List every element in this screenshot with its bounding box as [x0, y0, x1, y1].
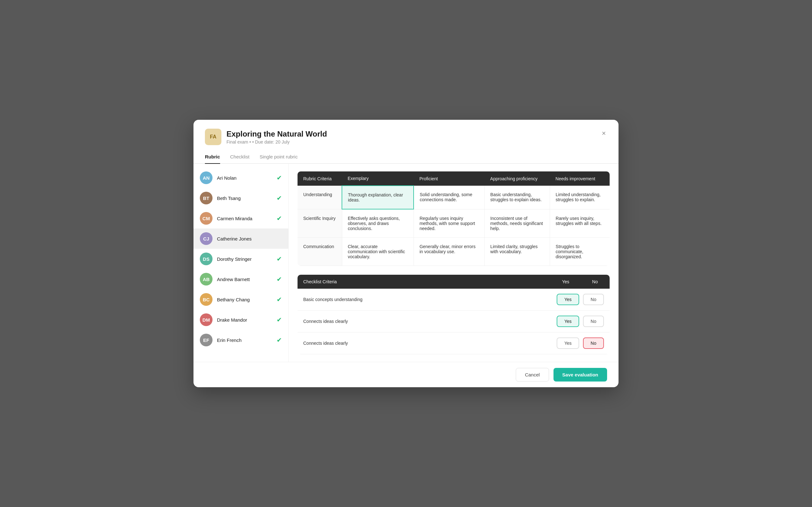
rubric-exemplary-cell[interactable]: Effectively asks questions, observes, an… — [342, 209, 414, 238]
course-title: Exploring the Natural World — [226, 130, 327, 138]
rubric-col-approaching: Approaching proficiency — [484, 171, 550, 186]
checklist-row: Connects ideas clearlyYesNo — [298, 332, 610, 354]
checklist-criteria-cell: Connects ideas clearly — [298, 332, 551, 354]
rubric-proficient-cell[interactable]: Regularly uses inquiry methods, with som… — [414, 209, 484, 238]
close-button[interactable]: × — [600, 129, 607, 138]
student-item[interactable]: DSDorothy Stringer✔ — [194, 249, 288, 269]
checklist-yes-no-cell: YesNo — [551, 311, 610, 332]
main-content: Rubric Criteria Exemplary Proficient App… — [289, 164, 618, 362]
header-left: FA Exploring the Natural World Final exa… — [205, 129, 327, 145]
check-icon: ✔ — [276, 215, 282, 222]
student-item[interactable]: BTBeth Tsang✔ — [194, 188, 288, 208]
check-icon: ✔ — [276, 316, 282, 324]
student-name: Catherine Jones — [217, 236, 282, 241]
student-avatar: BT — [200, 192, 212, 205]
student-avatar: CM — [200, 212, 212, 225]
student-name: Drake Mandor — [217, 317, 272, 323]
check-icon: ✔ — [276, 174, 282, 181]
yes-no-group: YesNo — [557, 294, 604, 305]
student-avatar: DS — [200, 252, 212, 265]
student-avatar: EF — [200, 334, 212, 346]
rubric-col-exemplary: Exemplary — [342, 171, 414, 186]
check-icon: ✔ — [276, 296, 282, 303]
rubric-approaching-cell[interactable]: Inconsistent use of methods, needs signi… — [484, 209, 550, 238]
yes-button[interactable]: Yes — [557, 316, 579, 327]
checklist-yes-no-cell: YesNo — [551, 289, 610, 311]
rubric-needs-improvement-cell[interactable]: Rarely uses inquiry, struggles with all … — [550, 209, 610, 238]
student-item[interactable]: ANAri Nolan✔ — [194, 168, 288, 188]
rubric-row: UnderstandingThorough explanation, clear… — [298, 186, 610, 209]
header-text: Exploring the Natural World Final exam •… — [226, 130, 327, 145]
yes-no-group: YesNo — [557, 316, 604, 327]
checklist-table: Checklist Criteria Yes No Basic concepts… — [298, 275, 610, 354]
rubric-proficient-cell[interactable]: Generally clear, minor errors in vocabul… — [414, 238, 484, 266]
tab-rubric[interactable]: Rubric — [205, 151, 220, 164]
rubric-exemplary-cell[interactable]: Thorough explanation, clear ideas. — [342, 186, 414, 209]
yes-button[interactable]: Yes — [557, 337, 579, 349]
student-avatar: BC — [200, 293, 212, 306]
rubric-approaching-cell[interactable]: Limited clarity, struggles with vocabula… — [484, 238, 550, 266]
student-item[interactable]: BCBethany Chang✔ — [194, 289, 288, 309]
modal-footer: Cancel Save evaluation — [194, 362, 618, 387]
cancel-button[interactable]: Cancel — [516, 368, 549, 382]
rubric-criteria-cell: Scientific Inquiry — [298, 209, 342, 238]
check-icon: ✔ — [276, 255, 282, 263]
student-item[interactable]: CMCarmen Miranda✔ — [194, 208, 288, 228]
no-button[interactable]: No — [583, 294, 604, 305]
checklist-col-criteria: Checklist Criteria — [298, 275, 551, 289]
rubric-criteria-cell: Understanding — [298, 186, 342, 209]
rubric-col-proficient: Proficient — [414, 171, 484, 186]
modal-header: FA Exploring the Natural World Final exa… — [194, 120, 618, 145]
modal-body: ANAri Nolan✔BTBeth Tsang✔CMCarmen Mirand… — [194, 164, 618, 362]
rubric-needs-improvement-cell[interactable]: Struggles to communicate, disorganized. — [550, 238, 610, 266]
no-button[interactable]: No — [583, 316, 604, 327]
rubric-proficient-cell[interactable]: Solid understanding, some connections ma… — [414, 186, 484, 209]
checklist-criteria-cell: Basic concepts understanding — [298, 289, 551, 311]
student-item[interactable]: ABAndrew Barnett✔ — [194, 269, 288, 289]
no-button[interactable]: No — [583, 337, 604, 349]
student-name: Beth Tsang — [217, 195, 272, 201]
check-icon: ✔ — [276, 275, 282, 283]
rubric-row: CommunicationClear, accurate communicati… — [298, 238, 610, 266]
checklist-header-row: Checklist Criteria Yes No — [298, 275, 610, 289]
student-sidebar: ANAri Nolan✔BTBeth Tsang✔CMCarmen Mirand… — [194, 164, 289, 362]
rubric-row: Scientific InquiryEffectively asks quest… — [298, 209, 610, 238]
student-avatar: AN — [200, 171, 212, 184]
student-item[interactable]: DMDrake Mandor✔ — [194, 309, 288, 330]
check-icon: ✔ — [276, 194, 282, 202]
student-item[interactable]: EFErin French✔ — [194, 330, 288, 350]
rubric-col-needs-improvement: Needs improvement — [550, 171, 610, 186]
student-name: Bethany Chang — [217, 297, 272, 302]
rubric-table: Rubric Criteria Exemplary Proficient App… — [298, 171, 610, 266]
yes-button[interactable]: Yes — [557, 294, 579, 305]
student-name: Ari Nolan — [217, 175, 272, 181]
tab-single-point-rubric[interactable]: Single point rubric — [259, 151, 298, 164]
checklist-criteria-cell: Connects ideas clearly — [298, 311, 551, 332]
modal-overlay: FA Exploring the Natural World Final exa… — [0, 0, 812, 507]
student-name: Carmen Miranda — [217, 216, 272, 221]
tabs-bar: Rubric Checklist Single point rubric — [194, 151, 618, 164]
course-avatar: FA — [205, 129, 221, 145]
rubric-header-row: Rubric Criteria Exemplary Proficient App… — [298, 171, 610, 186]
checklist-row: Connects ideas clearlyYesNo — [298, 311, 610, 332]
checklist-col-no: No — [580, 275, 610, 289]
checklist-row: Basic concepts understandingYesNo — [298, 289, 610, 311]
student-item[interactable]: CJCatherine Jones — [194, 228, 288, 249]
rubric-exemplary-cell[interactable]: Clear, accurate communication with scien… — [342, 238, 414, 266]
course-subtitle: Final exam • • Due date: 20 July — [226, 139, 327, 145]
rubric-criteria-cell: Communication — [298, 238, 342, 266]
student-avatar: DM — [200, 314, 212, 326]
yes-no-group: YesNo — [557, 337, 604, 349]
save-evaluation-button[interactable]: Save evaluation — [554, 368, 607, 382]
modal-dialog: FA Exploring the Natural World Final exa… — [194, 120, 618, 387]
rubric-needs-improvement-cell[interactable]: Limited understanding, struggles to expl… — [550, 186, 610, 209]
student-avatar: AB — [200, 273, 212, 285]
student-avatar: CJ — [200, 232, 212, 245]
student-name: Andrew Barnett — [217, 277, 272, 282]
rubric-col-criteria: Rubric Criteria — [298, 171, 342, 186]
checklist-yes-no-cell: YesNo — [551, 332, 610, 354]
checklist-col-yes: Yes — [551, 275, 580, 289]
student-name: Erin French — [217, 337, 272, 343]
rubric-approaching-cell[interactable]: Basic understanding, struggles to explai… — [484, 186, 550, 209]
tab-checklist[interactable]: Checklist — [230, 151, 250, 164]
